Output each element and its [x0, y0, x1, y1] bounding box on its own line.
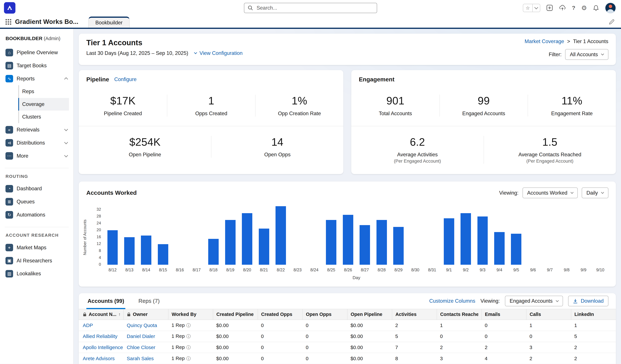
home-icon: ⌂ [5, 49, 13, 56]
date-range: Last 30 Days (Aug 12, 2025 – Sep 10, 202… [86, 50, 188, 56]
sidebar-item-reports[interactable]: ∿Reports [0, 72, 73, 85]
pipeline-metrics-bottom: $254KOpen Pipeline14Open Opps [79, 126, 343, 168]
chevron-down-icon [194, 51, 197, 54]
column-header-contacts-reached[interactable]: Contacts Reached [437, 309, 482, 320]
search-input[interactable] [256, 4, 373, 11]
info-icon[interactable]: ⓘ [186, 356, 191, 361]
account-name-link[interactable]: Arete Advisors [83, 356, 115, 361]
chevron-down-icon [535, 5, 538, 9]
engagement-card-title: Engagement [359, 76, 394, 83]
sidebar-item-label: Market Maps [17, 245, 46, 251]
sidebar-subitem-clusters[interactable]: Clusters [18, 111, 69, 123]
sidebar-item-retrievals[interactable]: «Retrievals [0, 123, 73, 136]
breadcrumb-link[interactable]: Market Coverage [525, 38, 564, 44]
column-header-open-pipeline[interactable]: Open Pipeline [347, 309, 392, 320]
column-header-linkedin[interactable]: LinkedIn [571, 309, 616, 320]
customize-columns-link[interactable]: Customize Columns [429, 298, 475, 304]
bar-9-2 [461, 213, 471, 265]
tab-reps[interactable]: Reps (7) [137, 293, 161, 309]
x-tick-label: 8/19 [222, 268, 239, 272]
view-configuration-link[interactable]: View Configuration [194, 50, 242, 56]
edit-nav-pencil-icon[interactable] [609, 19, 615, 25]
x-axis-title: Day [104, 275, 609, 283]
global-search[interactable] [244, 3, 377, 13]
column-header-account-n[interactable]: Account N...↑ [79, 309, 123, 320]
app-logo[interactable] [4, 2, 16, 14]
sidebar-item-dashboard[interactable]: ◔Dashboard [0, 182, 73, 195]
engagement-card: Engagement 901Total Accounts99Engaged Ac… [351, 70, 616, 174]
account-name-link[interactable]: ADP [83, 323, 93, 328]
info-icon[interactable]: ⓘ [186, 323, 191, 328]
column-header-activities[interactable]: Activities [392, 309, 437, 320]
sidebar-item-pipeline-overview[interactable]: ⌂Pipeline Overview [0, 46, 73, 59]
info-icon[interactable]: ⓘ [186, 334, 191, 339]
table-viewing-dropdown[interactable]: Engaged Accounts [505, 296, 563, 307]
account-name-link[interactable]: Allied Reliability [83, 333, 117, 339]
filter-dropdown[interactable]: All Accounts [565, 49, 608, 60]
notifications-bell-icon[interactable] [593, 5, 599, 11]
y-tick-label: 24 [97, 221, 101, 225]
y-axis-title: Number of Accounts [82, 208, 87, 267]
sidebar-subitem-reps[interactable]: Reps [18, 85, 69, 98]
app-name[interactable]: Gradient Works Bo... [15, 18, 78, 25]
sidebar-item-queues[interactable]: ≣Queues [0, 195, 73, 208]
sidebar-item-lookalikes[interactable]: ▥Lookalikes [0, 267, 73, 280]
column-header-emails[interactable]: Emails [482, 309, 526, 320]
favorites-control[interactable]: ☆ [523, 4, 540, 12]
column-header-worked-by[interactable]: Worked By [168, 309, 213, 320]
metric-average-activities: 6.2Average Activities(Per Engaged Accoun… [351, 136, 483, 164]
column-header-created-pipeline[interactable]: Created Pipeline [213, 309, 258, 320]
metric-cards-row: Pipeline Configure $17KPipeline Created1… [79, 70, 616, 174]
owner-link[interactable]: Quincy Quota [127, 323, 157, 328]
search-icon [248, 5, 253, 10]
sidebar-item-target-books[interactable]: ▤Target Books [0, 59, 73, 72]
app-window: ☆ ? ⚙ Gradient Works Bo... Bookbuilder B… [0, 0, 621, 364]
sidebar-item-ai-researchers[interactable]: ▣AI Researchers [0, 254, 73, 267]
account-name-link[interactable]: Apollo Intelligence [83, 345, 123, 350]
column-header-owner[interactable]: Owner [123, 309, 168, 320]
tab-accounts[interactable]: Accounts (99) [86, 293, 125, 309]
sidebar-item-label: Dashboard [17, 186, 42, 192]
bar-8-29 [393, 227, 404, 265]
sidebar-item-label: Automations [17, 212, 45, 218]
owner-link[interactable]: Daniel Dialer [127, 333, 155, 339]
download-icon [573, 298, 578, 304]
metric-label: Total Accounts [351, 111, 439, 117]
nav-tab-bookbuilder[interactable]: Bookbuilder [88, 17, 130, 28]
column-header-open-opps[interactable]: Open Opps [303, 309, 347, 320]
upload-cloud-icon[interactable] [559, 5, 566, 11]
metric-label: Engaged Accounts [440, 111, 528, 117]
sidebar-item-market-maps[interactable]: ⌖Market Maps [0, 241, 73, 254]
owner-link[interactable]: Chloe Closer [127, 345, 155, 350]
metric-value: 14 [211, 136, 343, 148]
user-avatar[interactable] [605, 3, 616, 13]
pipeline-configure-link[interactable]: Configure [114, 76, 137, 82]
chart-period-dropdown[interactable]: Daily [582, 188, 608, 198]
app-launcher-waffle-icon[interactable] [5, 18, 11, 25]
x-tick-label: 9/3 [474, 268, 491, 272]
app-nav-bar: Gradient Works Bo... Bookbuilder [0, 16, 621, 29]
favorites-caret[interactable] [533, 4, 540, 12]
download-button[interactable]: Download [568, 296, 608, 307]
column-header-calls[interactable]: Calls [526, 309, 571, 320]
global-header: ☆ ? ⚙ [0, 0, 621, 16]
favorites-star-icon[interactable]: ☆ [523, 4, 533, 12]
table-row: Apollo IntelligenceChloe Closer1 Repⓘ$0.… [79, 342, 616, 353]
metric-value: 99 [440, 95, 528, 107]
sidebar-item-more[interactable]: ⋯More [0, 149, 73, 162]
sidebar-subitem-coverage[interactable]: Coverage [18, 98, 69, 111]
chart-controls: Viewing: Accounts Worked Daily [499, 188, 608, 198]
sidebar-section-header: ROUTING [5, 168, 69, 182]
add-icon[interactable] [546, 4, 553, 11]
chart-metric-dropdown[interactable]: Accounts Worked [522, 188, 578, 198]
info-icon[interactable]: ⓘ [186, 345, 191, 350]
sidebar-item-distributions[interactable]: ⊲Distributions [0, 136, 73, 149]
help-icon[interactable]: ? [572, 5, 575, 11]
settings-gear-icon[interactable]: ⚙ [581, 5, 587, 11]
accounts-worked-card: Accounts Worked Viewing: Accounts Worked… [79, 181, 616, 286]
main-content: Tier 1 Accounts Last 30 Days (Aug 12, 20… [74, 29, 621, 364]
column-header-created-opps[interactable]: Created Opps [258, 309, 303, 320]
sidebar-admin-suffix: (Admin) [44, 36, 60, 41]
sidebar-item-automations[interactable]: ↻Automations [0, 208, 73, 222]
owner-link[interactable]: Sarah Sales [127, 356, 154, 361]
